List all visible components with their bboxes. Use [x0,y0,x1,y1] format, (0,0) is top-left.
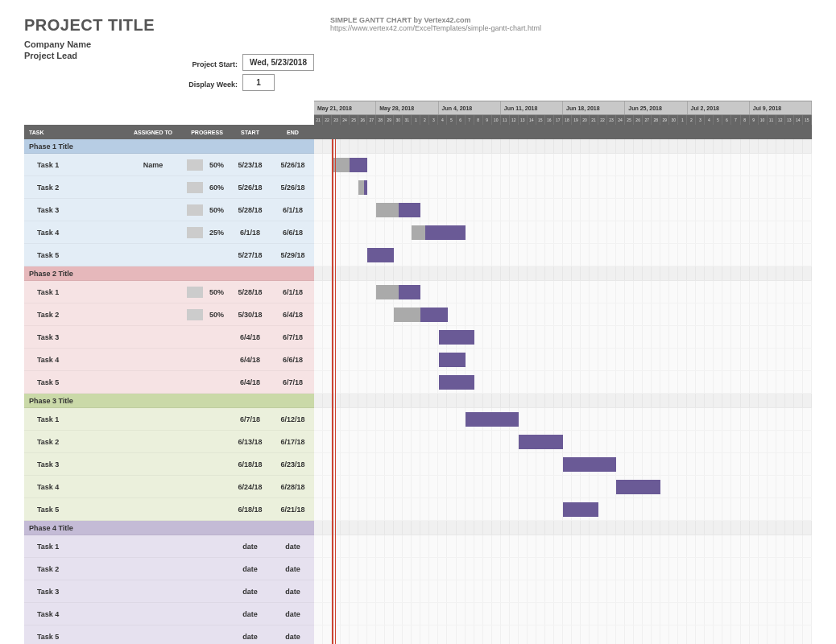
day-label: 27 [643,115,652,125]
task-end: 6/23/18 [271,460,314,469]
grid-task-row [314,326,812,349]
day-label: 28 [652,115,660,125]
day-label: 26 [634,115,643,125]
day-label: 19 [572,115,581,125]
grid-task-row [314,625,812,644]
task-row[interactable]: Task 5datedate [24,625,314,644]
day-label: 24 [616,115,625,125]
task-name: Task 2 [24,184,121,192]
gantt-bar[interactable] [519,435,563,449]
grid-task-row [314,498,812,521]
task-row[interactable]: Task 150%5/28/186/1/18 [24,281,314,303]
day-label: 6 [722,115,731,125]
task-end: 6/17/18 [271,438,314,446]
gantt-bar[interactable] [563,502,598,517]
task-row[interactable]: Task 4datedate [24,603,314,625]
task-start: 6/1/18 [229,229,271,237]
task-row[interactable]: Task 260%5/26/185/26/18 [24,176,314,199]
task-name: Task 5 [24,633,121,641]
task-name: Task 2 [24,565,121,573]
grid-task-row [314,199,812,221]
day-label: 10 [492,115,501,125]
day-label: 11 [768,115,776,125]
task-end: 6/6/18 [271,356,314,364]
attribution-link: https://www.vertex42.com/ExcelTemplates/… [330,24,541,32]
grid-task-row [314,244,812,266]
timeline[interactable]: May 21, 2018May 28, 2018Jun 4, 2018Jun 1… [314,101,812,644]
day-label: 15 [803,115,812,125]
gantt-bar[interactable] [332,158,367,172]
task-end: 6/7/18 [271,333,314,341]
gantt-bar[interactable] [412,225,465,240]
task-end: 6/21/18 [271,506,314,514]
task-name: Task 3 [24,460,121,469]
task-row[interactable]: Task 2datedate [24,558,314,580]
task-start: 6/18/18 [229,460,271,469]
task-end: date [271,543,314,551]
day-label: 11 [501,115,510,125]
gantt-bar[interactable] [439,375,474,390]
task-start: 6/4/18 [229,333,271,341]
task-end: date [271,565,314,573]
gantt-bar[interactable] [367,248,394,262]
day-label: 17 [554,115,563,125]
task-row[interactable]: Task 46/4/186/6/18 [24,349,314,371]
day-label: 23 [332,115,341,125]
week-label: Jul 9, 2018 [750,101,812,114]
gantt-bar[interactable] [616,480,660,494]
day-label: 5 [447,115,456,125]
task-name: Task 4 [24,229,121,237]
gantt-bar[interactable] [439,353,466,367]
gantt-bar-progress [332,158,350,172]
task-row[interactable]: Task 425%6/1/186/6/18 [24,221,314,244]
grid-task-row [314,453,812,476]
grid-task-row [314,476,812,498]
task-end: 6/1/18 [271,288,314,296]
task-start: 5/27/18 [229,251,271,259]
task-row[interactable]: Task 36/4/186/7/18 [24,326,314,349]
grid-body [314,139,812,644]
gantt-bar[interactable] [358,180,367,195]
gantt-bar[interactable] [439,330,474,345]
task-row[interactable]: Task 36/18/186/23/18 [24,453,314,476]
task-start: date [229,610,271,618]
gantt-bar-progress [376,285,399,299]
task-start: 6/4/18 [229,378,271,386]
day-label: 27 [367,115,376,125]
gantt-chart: TASK ASSIGNED TO PROGRESS START END Phas… [24,101,812,644]
day-label: 7 [466,115,474,125]
gantt-bar[interactable] [394,308,447,322]
day-label: 1 [412,115,420,125]
task-end: 6/1/18 [271,206,314,214]
task-row[interactable]: Task 16/7/186/12/18 [24,408,314,431]
display-week-input[interactable]: 1 [242,74,275,91]
task-row[interactable]: Task 26/13/186/17/18 [24,431,314,453]
today-marker-2 [335,139,336,644]
day-label: 9 [483,115,492,125]
task-row[interactable]: Task 1datedate [24,535,314,558]
day-label: 13 [519,115,528,125]
gantt-bar-progress [358,180,364,195]
task-row[interactable]: Task 56/4/186/7/18 [24,371,314,394]
project-start-input[interactable]: Wed, 5/23/2018 [242,54,314,71]
task-row[interactable]: Task 55/27/185/29/18 [24,244,314,266]
task-row[interactable]: Task 250%5/30/186/4/18 [24,303,314,326]
day-label: 29 [385,115,394,125]
gantt-bar[interactable] [376,285,420,299]
gantt-bar[interactable] [376,203,420,217]
task-name: Task 5 [24,251,121,259]
task-progress: 50% [185,161,229,169]
task-row[interactable]: Task 56/18/186/21/18 [24,498,314,521]
task-end: 6/12/18 [271,415,314,423]
grid-phase-row [314,394,812,408]
task-row[interactable]: Task 1Name50%5/23/185/26/18 [24,154,314,176]
gantt-bar[interactable] [563,457,616,472]
day-label: 1 [678,115,687,125]
grid-task-row [314,176,812,199]
task-row[interactable]: Task 350%5/28/186/1/18 [24,199,314,221]
gantt-bar[interactable] [466,412,519,427]
day-label: 13 [785,115,794,125]
task-row[interactable]: Task 3datedate [24,580,314,603]
task-name: Task 2 [24,438,121,446]
task-row[interactable]: Task 46/24/186/28/18 [24,476,314,498]
